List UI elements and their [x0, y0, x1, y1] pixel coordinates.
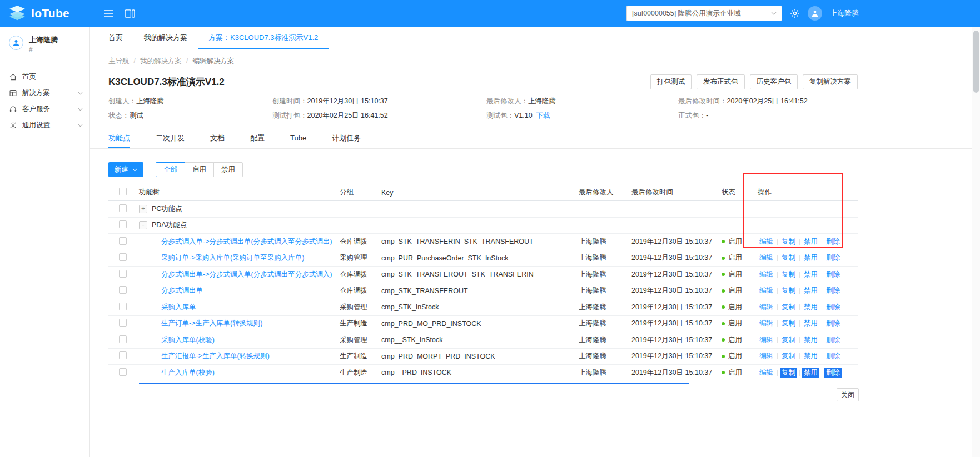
row-action-edit[interactable]: 编辑: [758, 253, 775, 263]
feature-name-link[interactable]: 分步式调出单->分步式调入单(分步式调出至分步式调入): [161, 270, 332, 278]
row-checkbox[interactable]: [119, 319, 127, 327]
breadcrumb-separator: /: [186, 57, 188, 66]
feature-name-link[interactable]: 生产订单->生产入库单(转换规则): [161, 319, 262, 327]
chevron-down-icon: [78, 124, 83, 127]
row-action-edit[interactable]: 编辑: [758, 269, 775, 280]
scrollbar-thumb[interactable]: [973, 31, 979, 93]
vertical-scrollbar[interactable]: [972, 27, 980, 457]
expand-icon[interactable]: +: [139, 205, 147, 213]
tab-features[interactable]: 功能点: [108, 129, 130, 148]
row-action-disable[interactable]: 禁用: [802, 368, 819, 378]
key-cell: cmp_STK_TRANSFERIN_STK_TRANSFEROUT: [379, 238, 576, 245]
row-action-copy[interactable]: 复制: [780, 269, 797, 280]
tab-tube[interactable]: Tube: [290, 129, 306, 148]
meta-field-value: V1.10: [514, 112, 533, 119]
row-action-copy[interactable]: 复制: [780, 302, 797, 313]
row-checkbox[interactable]: [119, 335, 127, 343]
row-action-copy[interactable]: 复制: [780, 351, 797, 361]
row-action-edit[interactable]: 编辑: [758, 302, 775, 313]
row-checkbox[interactable]: [119, 204, 127, 212]
sidebar-item-customer-service[interactable]: 客户服务: [0, 101, 89, 117]
feature-name-link[interactable]: 分步式调入单->分步式调出单(分步式调入至分步式调出): [161, 238, 332, 245]
row-action-copy[interactable]: 复制: [780, 318, 797, 329]
new-button[interactable]: 新建: [108, 162, 143, 177]
tab-documents[interactable]: 文档: [210, 129, 225, 148]
row-action-disable[interactable]: 禁用: [802, 269, 819, 280]
feature-name-link[interactable]: 采购订单->采购入库单(采购订单至采购入库单): [161, 254, 304, 262]
sidebar-item-general-settings[interactable]: 通用设置: [0, 117, 89, 133]
download-link[interactable]: 下载: [536, 112, 550, 119]
feature-name-link[interactable]: 生产汇报单->生产入库单(转换规则): [161, 352, 270, 360]
publish-release-button[interactable]: 发布正式包: [697, 74, 745, 89]
row-action-delete[interactable]: 删除: [824, 351, 842, 361]
user-name[interactable]: 上海隆腾: [830, 8, 859, 18]
row-action-disable[interactable]: 禁用: [802, 285, 819, 296]
row-action-delete[interactable]: 删除: [824, 302, 842, 313]
row-action-copy[interactable]: 复制: [780, 368, 797, 378]
tab-scheduled-tasks[interactable]: 计划任务: [332, 129, 361, 148]
row-action-copy[interactable]: 复制: [780, 237, 797, 247]
row-action-disable[interactable]: 禁用: [802, 302, 819, 313]
row-action-delete[interactable]: 删除: [824, 285, 842, 296]
breadcrumb-separator: /: [134, 57, 136, 66]
nav-tab-solution[interactable]: 方案：K3CLOUD7.3标准演示V1.2: [198, 27, 329, 49]
collapse-menu-icon[interactable]: [103, 9, 113, 17]
row-action-copy[interactable]: 复制: [780, 285, 797, 296]
row-checkbox[interactable]: [119, 368, 127, 376]
row-checkbox[interactable]: [119, 351, 127, 359]
row-action-delete[interactable]: 删除: [824, 253, 842, 263]
filter-enable-button[interactable]: 启用: [185, 162, 214, 177]
row-action-copy[interactable]: 复制: [780, 253, 797, 263]
select-all-checkbox[interactable]: [119, 188, 127, 195]
row-checkbox[interactable]: [119, 220, 127, 228]
enterprise-domain-select[interactable]: [suf00000055] 隆腾公用演示企业域: [626, 6, 782, 21]
nav-tab-my-solutions[interactable]: 我的解决方案: [133, 27, 198, 49]
collapse-icon[interactable]: -: [139, 221, 147, 229]
row-action-disable[interactable]: 禁用: [802, 237, 819, 247]
breadcrumb-item[interactable]: 我的解决方案: [140, 57, 182, 66]
table-body: +PC功能点-PDA功能点分步式调入单->分步式调出单(分步式调入至分步式调出)…: [108, 201, 858, 381]
row-checkbox[interactable]: [119, 253, 127, 261]
row-action-disable[interactable]: 禁用: [802, 253, 819, 263]
history-customer-packages-button[interactable]: 历史客户包: [750, 74, 798, 89]
user-avatar[interactable]: [808, 6, 822, 21]
row-checkbox[interactable]: [119, 270, 127, 278]
sidebar-item-solutions[interactable]: 解决方案: [0, 85, 89, 101]
row-action-delete[interactable]: 删除: [824, 368, 842, 378]
close-button[interactable]: 关闭: [837, 388, 859, 401]
tab-config[interactable]: 配置: [250, 129, 265, 148]
filter-disable-button[interactable]: 禁用: [213, 162, 243, 177]
row-action-edit[interactable]: 编辑: [758, 368, 775, 378]
nav-tab-home[interactable]: 首页: [98, 27, 133, 49]
row-action-delete[interactable]: 删除: [824, 269, 842, 280]
row-action-delete[interactable]: 删除: [824, 237, 842, 247]
feature-name-link[interactable]: 采购入库单(校验): [161, 336, 215, 344]
row-checkbox[interactable]: [119, 303, 127, 310]
breadcrumb-item[interactable]: 主导航: [108, 57, 130, 66]
filter-all-button[interactable]: 全部: [156, 162, 185, 177]
row-action-disable[interactable]: 禁用: [802, 335, 819, 345]
row-action-edit[interactable]: 编辑: [758, 335, 775, 345]
row-action-edit[interactable]: 编辑: [758, 285, 775, 296]
action-separator: [777, 255, 778, 261]
row-action-edit[interactable]: 编辑: [758, 351, 775, 361]
settings-gear-icon[interactable]: [790, 8, 800, 18]
row-action-copy[interactable]: 复制: [780, 335, 797, 345]
row-action-edit[interactable]: 编辑: [758, 318, 775, 329]
feature-name-link[interactable]: 分步式调出单: [161, 287, 203, 294]
row-action-disable[interactable]: 禁用: [802, 351, 819, 361]
row-action-disable[interactable]: 禁用: [802, 318, 819, 329]
row-checkbox[interactable]: [119, 237, 127, 245]
row-action-delete[interactable]: 删除: [824, 318, 842, 329]
copy-solution-button[interactable]: 复制解决方案: [803, 74, 858, 89]
row-action-delete[interactable]: 删除: [824, 335, 842, 345]
row-action-edit[interactable]: 编辑: [758, 237, 775, 247]
feature-name-link[interactable]: 生产入库单(校验): [161, 369, 215, 376]
breadcrumb-item[interactable]: 编辑解决方案: [192, 57, 234, 66]
row-checkbox[interactable]: [119, 286, 127, 294]
package-test-button[interactable]: 打包测试: [650, 74, 692, 89]
apps-panel-icon[interactable]: [125, 9, 135, 18]
feature-name-link[interactable]: 采购入库单: [161, 303, 196, 311]
tab-secondary-development[interactable]: 二次开发: [156, 129, 185, 148]
sidebar-item-home[interactable]: 首页: [0, 69, 89, 85]
